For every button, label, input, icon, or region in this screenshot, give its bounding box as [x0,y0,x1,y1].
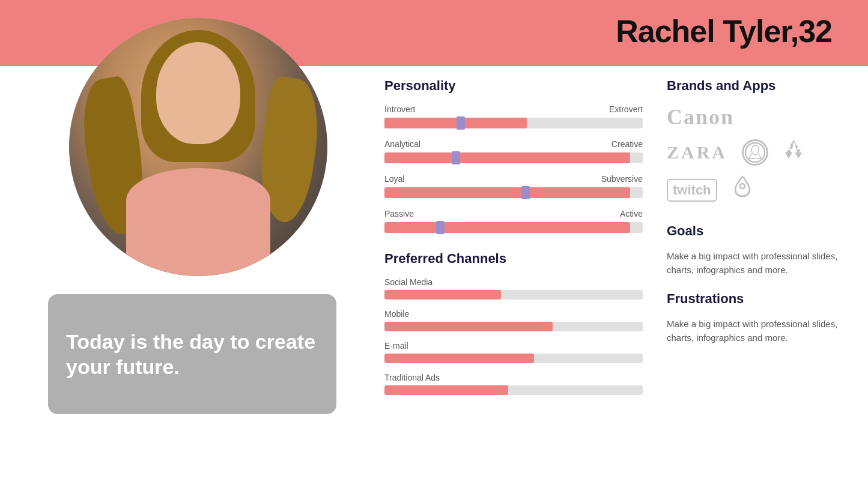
trait-row-passive: Passive Active [384,209,643,233]
channel-bar-social [384,290,643,300]
airbnb-icon [732,175,753,205]
channel-label-traditional: Traditional Ads [384,373,643,382]
personality-title: Personality [384,78,643,94]
twitch-logo: twitch [667,179,717,202]
trait-left-analytical: Analytical [384,139,420,149]
trait-left-loyal: Loyal [384,174,404,184]
trait-bar-analytical [384,152,643,163]
channel-fill-email [384,354,534,363]
starbucks-icon [742,139,768,166]
channel-row-email: E-mail [384,341,643,363]
trait-right-subversive: Subversive [601,174,643,184]
profile-photo [69,18,327,276]
trait-bar-loyal [384,187,643,198]
svg-line-3 [759,154,761,158]
svg-point-5 [740,184,745,188]
trait-row-loyal: Loyal Subversive [384,174,643,198]
trait-right-extrovert: Extrovert [609,104,643,114]
face [156,42,240,144]
channel-row-social: Social Media [384,277,643,300]
trait-left-introvert: Introvert [384,104,415,114]
trait-bar-introvert [384,118,643,128]
brands-title: Brands and Apps [667,78,847,94]
brand-row-canon: Canon [667,104,847,130]
right-panel: Brands and Apps Canon ZARA [667,78,847,345]
channel-fill-mobile [384,322,553,331]
goals-title: Goals [667,223,847,239]
trait-bar-passive [384,222,643,233]
personality-section: Personality Introvert Extrovert Analytic… [384,78,643,233]
trait-fill-loyal [384,187,630,198]
frustrations-section: Frustrations Make a big impact with prof… [667,291,847,345]
brands-section: Brands and Apps Canon ZARA [667,78,847,205]
brand-row-zara-etc: ZARA [667,139,847,166]
trait-fill-analytical [384,152,630,163]
trait-marker-analytical [452,151,460,164]
channel-row-traditional: Traditional Ads [384,373,643,395]
brand-row-twitch-airbnb: twitch [667,175,847,205]
channel-row-mobile: Mobile [384,309,643,331]
trait-left-passive: Passive [384,209,414,218]
trait-row-introvert: Introvert Extrovert [384,104,643,128]
trait-fill-introvert [384,118,527,128]
channel-label-social: Social Media [384,277,643,287]
quote-text: Today is the day to create your future. [66,329,318,380]
trait-row-analytical: Analytical Creative [384,139,643,163]
quote-box: Today is the day to create your future. [48,294,336,414]
trait-marker-loyal [521,186,530,199]
zara-logo: ZARA [667,142,727,163]
recycle-icon [783,139,804,166]
trait-right-creative: Creative [612,139,643,149]
channel-bar-email [384,354,643,363]
body-shirt [126,168,270,276]
channel-fill-traditional [384,385,508,395]
svg-point-1 [751,145,759,155]
trait-fill-passive [384,222,630,233]
trait-labels-analytical: Analytical Creative [384,139,643,149]
svg-point-0 [745,143,765,162]
trait-marker-passive [436,221,445,234]
trait-labels-loyal: Loyal Subversive [384,174,643,184]
frustrations-title: Frustrations [667,291,847,307]
channel-bar-traditional [384,385,643,395]
trait-labels-introvert: Introvert Extrovert [384,104,643,114]
svg-line-2 [749,154,751,158]
channels-title: Preferred Channels [384,251,643,267]
trait-marker-introvert [457,116,465,130]
channel-label-mobile: Mobile [384,309,643,319]
trait-labels-passive: Passive Active [384,209,643,218]
channel-bar-mobile [384,322,643,331]
channel-fill-social [384,290,501,300]
frustrations-text: Make a big impact with professional slid… [667,318,847,345]
canon-logo: Canon [667,104,734,130]
goals-section: Goals Make a big impact with professiona… [667,223,847,277]
channels-section: Preferred Channels Social Media Mobile E… [384,251,643,395]
goals-text: Make a big impact with professional slid… [667,250,847,277]
main-content: Personality Introvert Extrovert Analytic… [384,78,643,405]
header-name: Rachel Tyler,32 [616,13,832,49]
channel-label-email: E-mail [384,341,643,351]
trait-right-active: Active [620,209,643,218]
